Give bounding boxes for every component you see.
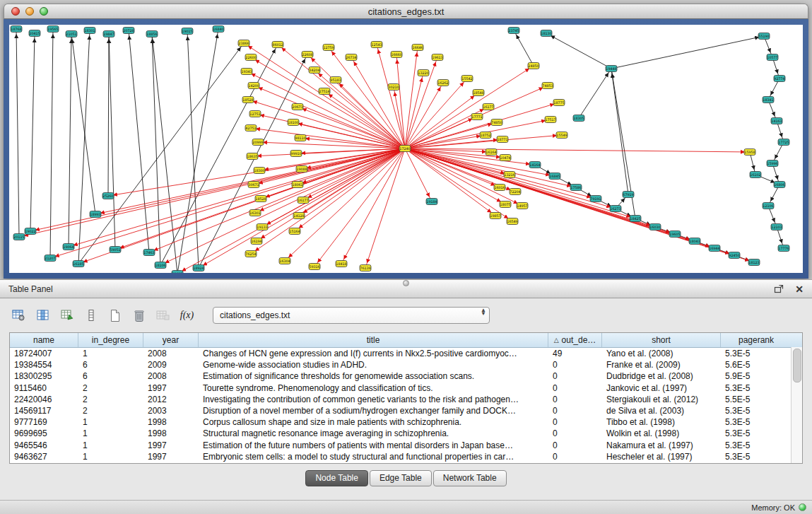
graph-node[interactable]: 16177	[483, 104, 494, 110]
graph-node[interactable]: 17463	[143, 250, 155, 256]
table-row[interactable]: 1938455462009Genome-wide association stu…	[10, 359, 792, 370]
graph-node[interactable]: 30210	[388, 84, 399, 90]
graph-node[interactable]: 26734	[346, 54, 357, 61]
graph-node[interactable]: 18775	[553, 100, 565, 106]
citation-edge-black[interactable]	[69, 34, 71, 247]
citation-edge-black[interactable]	[71, 34, 95, 214]
citation-edge-red[interactable]	[255, 148, 405, 213]
network-canvas[interactable]: 1876820415195652105118301198472072818856…	[9, 25, 803, 273]
graph-node[interactable]: 76254	[245, 251, 257, 257]
close-window-button[interactable]	[11, 7, 20, 16]
graph-node[interactable]: 17586	[570, 185, 582, 191]
graph-node[interactable]: 18768	[11, 26, 22, 33]
graph-node[interactable]: 14163	[771, 118, 782, 124]
graph-node[interactable]: 16845	[549, 173, 560, 180]
graph-node[interactable]: 16304	[279, 258, 290, 264]
citation-edge-black[interactable]	[109, 34, 115, 250]
graph-node[interactable]: 18305	[573, 115, 584, 122]
graph-node[interactable]: 16030	[649, 224, 661, 230]
graph-node[interactable]: 18106	[155, 262, 166, 269]
close-panel-icon[interactable]: ✕	[795, 284, 804, 294]
graph-node[interactable]: 18771	[497, 136, 508, 143]
tab-network-table[interactable]: Network Table	[433, 470, 507, 486]
citation-edge-red[interactable]	[251, 57, 405, 148]
graph-node[interactable]: 72204	[510, 189, 521, 195]
graph-node[interactable]: 18528	[242, 97, 254, 103]
citation-edge-red[interactable]	[405, 148, 754, 262]
citation-edge-red[interactable]	[405, 73, 423, 148]
graph-node[interactable]: 16301	[249, 210, 261, 216]
graph-node[interactable]: 10577	[767, 54, 778, 61]
graph-node[interactable]: 17517	[545, 117, 556, 123]
table-row[interactable]: 946362711997Embryonic stem cells: a mode…	[10, 451, 792, 462]
citation-edge-black[interactable]	[546, 33, 611, 69]
graph-node[interactable]: 19857	[490, 213, 501, 219]
graph-node[interactable]: 12103	[771, 224, 782, 230]
graph-node[interactable]: 13216	[504, 172, 515, 178]
table-row[interactable]: 946554611997Estimation of the future num…	[10, 440, 792, 451]
citation-edge-red[interactable]	[69, 148, 405, 247]
network-graph[interactable]: 1876820415195652105118301198472072818856…	[9, 25, 803, 273]
graph-node[interactable]: 15549	[556, 132, 567, 139]
graph-node[interactable]: 23866	[238, 40, 249, 47]
graph-node[interactable]: 23745	[508, 28, 519, 34]
graph-node[interactable]: 16194	[251, 238, 262, 245]
citation-edge-black[interactable]	[611, 69, 628, 194]
column-header-out_degree[interactable]: △out_de…	[548, 333, 602, 347]
graph-node[interactable]: 24850	[528, 63, 539, 69]
citation-edge-black[interactable]	[78, 30, 90, 264]
graph-node[interactable]: 22608	[302, 52, 313, 58]
function-builder-icon[interactable]: f(x)	[177, 306, 196, 325]
graph-node[interactable]: 10474	[500, 155, 511, 161]
graph-node[interactable]: 18548	[473, 90, 484, 96]
graph-node[interactable]: 86012	[272, 42, 283, 48]
citation-edge-red[interactable]	[149, 148, 405, 252]
graph-node[interactable]: 19133	[257, 224, 268, 230]
row-height-icon[interactable]	[81, 306, 100, 325]
graph-node[interactable]: 15542	[461, 76, 473, 82]
graph-node[interactable]: 19064	[63, 244, 74, 250]
graph-node[interactable]: 16164	[486, 149, 497, 156]
graph-node[interactable]: 12751	[249, 111, 261, 117]
column-header-title[interactable]: title	[199, 333, 548, 347]
zoom-window-button[interactable]	[40, 7, 48, 16]
minimize-window-button[interactable]	[25, 7, 34, 16]
column-header-in_degree[interactable]: in_degree	[78, 333, 143, 347]
graph-node[interactable]: 19847	[103, 31, 114, 37]
graph-node[interactable]: 19448	[606, 66, 617, 72]
graph-node[interactable]: 18061	[292, 182, 303, 188]
graph-node[interactable]: 99910	[290, 151, 302, 157]
citation-edge-red[interactable]	[405, 47, 418, 148]
citation-edge-black[interactable]	[16, 29, 19, 237]
citation-edge-red[interactable]	[365, 148, 405, 268]
table-row[interactable]: 1456911722003Disruption of a novel membe…	[10, 405, 792, 416]
graph-node[interactable]: 18300	[254, 168, 265, 174]
citation-edge-red[interactable]	[314, 70, 405, 148]
graph-node[interactable]: 21051	[66, 31, 77, 37]
citation-edge-red[interactable]	[30, 148, 405, 231]
graph-node[interactable]: 18043	[689, 238, 700, 245]
citation-edge-black[interactable]	[187, 31, 199, 268]
table-row[interactable]: 977716911998Corpus callosum shape and si…	[10, 416, 792, 428]
graph-node[interactable]: 79191	[590, 196, 601, 202]
citation-edge-red[interactable]	[247, 71, 405, 148]
graph-node[interactable]: 16102	[750, 172, 761, 178]
column-header-year[interactable]: year	[143, 333, 199, 347]
graph-node[interactable]: 18341	[763, 97, 774, 103]
float-panel-icon[interactable]	[774, 284, 784, 293]
graph-node[interactable]: 19605	[669, 231, 681, 238]
graph-node[interactable]: 59051	[110, 247, 121, 253]
graph-node[interactable]: 15164	[289, 228, 300, 235]
graph-node[interactable]: 13220	[418, 70, 429, 76]
table-row[interactable]: 969969511998Structural magnetic resonanc…	[10, 428, 792, 439]
graph-node[interactable]: 20415	[29, 30, 40, 37]
graph-node[interactable]: 12106	[763, 203, 774, 209]
vertical-scrollbar[interactable]	[791, 347, 802, 463]
graph-node[interactable]: 16177	[298, 197, 309, 204]
graph-node[interactable]: 18924	[193, 265, 204, 271]
graph-node[interactable]: 16660	[391, 52, 402, 58]
citation-edge-red[interactable]	[160, 148, 405, 265]
citation-edge-black[interactable]	[177, 29, 218, 273]
graph-node[interactable]: 18856	[146, 31, 158, 37]
graph-node[interactable]: 30671	[248, 182, 259, 188]
